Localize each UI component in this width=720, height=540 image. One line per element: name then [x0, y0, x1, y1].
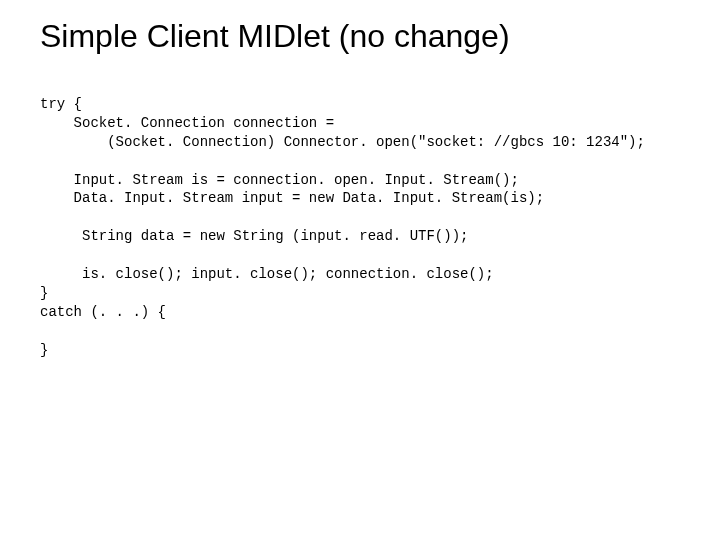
code-line: String data = new String (input. read. U…	[40, 228, 468, 244]
code-block: try { Socket. Connection connection = (S…	[0, 55, 720, 359]
code-line: }	[40, 342, 48, 358]
code-line: Input. Stream is = connection. open. Inp…	[40, 172, 519, 188]
code-line: try {	[40, 96, 82, 112]
code-line: }	[40, 285, 48, 301]
slide: Simple Client MIDlet (no change) try { S…	[0, 0, 720, 540]
slide-title: Simple Client MIDlet (no change)	[0, 0, 720, 55]
code-line: Data. Input. Stream input = new Data. In…	[40, 190, 544, 206]
code-line: catch (. . .) {	[40, 304, 166, 320]
code-line: Socket. Connection connection =	[40, 115, 334, 131]
code-line: (Socket. Connection) Connector. open("so…	[40, 134, 645, 150]
code-line: is. close(); input. close(); connection.…	[40, 266, 494, 282]
